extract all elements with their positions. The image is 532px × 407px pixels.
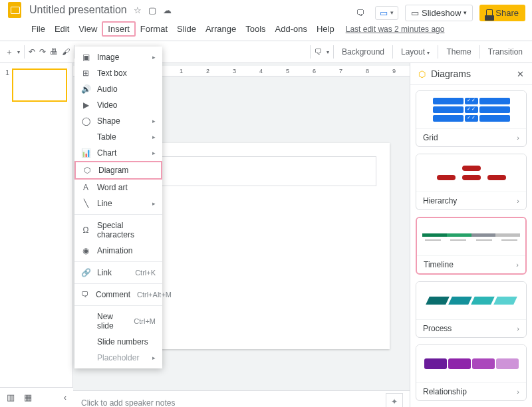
last-edit-link[interactable]: Last edit was 2 minutes ago	[346, 25, 445, 34]
comment-icon: 🗨	[81, 290, 89, 299]
line-icon: ╲	[81, 199, 90, 208]
shape-icon: ◯	[81, 116, 90, 126]
chevron-right-icon: ›	[517, 325, 519, 333]
insert-diagram[interactable]: ⬡Diagram	[74, 161, 162, 180]
move-icon[interactable]: ▢	[148, 5, 156, 15]
wordart-icon: A	[81, 183, 90, 192]
comments-history-icon[interactable]: 🗨	[351, 4, 368, 21]
table-icon	[81, 132, 90, 142]
diagram-icon: ⬡	[82, 166, 92, 175]
insert-audio[interactable]: 🔊Audio	[74, 81, 162, 97]
chevron-right-icon: ›	[517, 134, 519, 142]
comment-icon[interactable]: 🗨	[315, 47, 323, 57]
diagram-card-timeline[interactable]: Timeline›	[416, 217, 527, 275]
chevron-left-icon[interactable]: ‹	[64, 392, 66, 402]
menu-format[interactable]: Format	[136, 23, 172, 35]
transition-button[interactable]: Transition	[484, 45, 527, 59]
insert-menu-dropdown: ▣Image▸ ⊞Text box 🔊Audio ▶Video ◯Shape▸ …	[74, 47, 162, 368]
redo-icon[interactable]: ↷	[39, 47, 46, 57]
explore-button[interactable]: ✦	[386, 393, 403, 407]
new-slide-icon[interactable]: ＋	[5, 47, 13, 58]
print-icon[interactable]: 🖶	[50, 47, 58, 57]
insert-comment[interactable]: 🗨CommentCtrl+Alt+M	[74, 287, 162, 303]
insert-wordart[interactable]: AWord art	[74, 180, 162, 196]
slideshow-button[interactable]: ▭Slideshow▾	[405, 5, 473, 21]
insert-link[interactable]: 🔗LinkCtrl+K	[74, 265, 162, 281]
present-dropdown[interactable]: ▭▾	[375, 6, 398, 20]
filmstrip-view-icon[interactable]: ▥	[7, 392, 15, 402]
insert-shape[interactable]: ◯Shape▸	[74, 113, 162, 129]
insert-image[interactable]: ▣Image▸	[74, 49, 162, 65]
insert-video[interactable]: ▶Video	[74, 97, 162, 113]
layout-button[interactable]: Layout ▾	[397, 45, 434, 59]
doc-title[interactable]: Untitled presentation	[29, 4, 127, 16]
slide-thumbnails: 1	[0, 63, 73, 407]
menu-arrange[interactable]: Arrange	[201, 23, 241, 35]
insert-placeholder[interactable]: Placeholder▸	[74, 350, 162, 366]
menu-tools[interactable]: Tools	[241, 23, 270, 35]
insert-table[interactable]: Table▸	[74, 129, 162, 145]
speaker-notes[interactable]: Click to add speaker notes ✦	[73, 390, 410, 407]
chevron-right-icon: ›	[517, 197, 519, 205]
insert-slide-numbers[interactable]: Slide numbers	[74, 334, 162, 350]
slide-thumbnail-1[interactable]	[12, 68, 67, 102]
background-button[interactable]: Background	[338, 45, 388, 59]
paint-icon[interactable]: 🖌	[62, 47, 70, 57]
video-icon: ▶	[81, 100, 90, 110]
menu-insert[interactable]: Insert	[102, 21, 136, 37]
insert-textbox[interactable]: ⊞Text box	[74, 65, 162, 81]
chevron-right-icon: ›	[517, 388, 519, 396]
insert-special-chars[interactable]: ΩSpecial characters	[74, 217, 162, 243]
textbox-icon: ⊞	[81, 68, 90, 78]
theme-button[interactable]: Theme	[442, 45, 475, 59]
menu-help[interactable]: Help	[312, 23, 339, 35]
chart-icon: 📊	[81, 148, 90, 158]
panel-title: Diagrams	[431, 68, 511, 79]
animation-icon: ◉	[81, 246, 90, 255]
diagram-card-grid[interactable]: ✓ ✓ ✓ ✓ ✓ ✓ Grid›	[416, 90, 527, 147]
share-button[interactable]: Share	[479, 5, 525, 21]
link-icon: 🔗	[81, 268, 90, 277]
header-actions: 🗨 ▭▾ ▭Slideshow▾ Share	[351, 4, 525, 21]
undo-icon[interactable]: ↶	[29, 47, 35, 57]
diagram-card-relationship[interactable]: Relationship›	[416, 344, 527, 401]
insert-chart[interactable]: 📊Chart▸	[74, 145, 162, 161]
menu-addons[interactable]: Add-ons	[271, 23, 312, 35]
close-icon[interactable]: ✕	[517, 69, 524, 79]
cloud-icon[interactable]: ☁	[163, 5, 172, 15]
diagrams-panel: ⬡ Diagrams ✕ ✓ ✓ ✓ ✓ ✓ ✓ Grid› Hierarchy…	[410, 63, 532, 407]
menu-edit[interactable]: Edit	[50, 23, 74, 35]
diagram-card-hierarchy[interactable]: Hierarchy›	[416, 154, 527, 210]
image-icon: ▣	[81, 53, 90, 62]
menu-slide[interactable]: Slide	[172, 23, 201, 35]
star-icon[interactable]: ☆	[134, 5, 142, 15]
menubar: File Edit View Insert Format Slide Arran…	[0, 20, 532, 41]
insert-line[interactable]: ╲Line▸	[74, 196, 162, 211]
lock-icon	[486, 9, 493, 16]
grid-view-icon[interactable]: ▦	[24, 392, 32, 402]
chevron-right-icon: ›	[516, 261, 519, 269]
thumb-number: 1	[5, 68, 9, 102]
insert-animation[interactable]: ◉Animation	[74, 243, 162, 259]
diagram-card-process[interactable]: Process›	[416, 281, 527, 338]
diagrams-icon: ⬡	[418, 69, 426, 79]
omega-icon: Ω	[81, 225, 90, 235]
audio-icon: 🔊	[81, 84, 90, 94]
insert-new-slide[interactable]: New slideCtrl+M	[74, 309, 162, 334]
view-switcher: ▥ ▦ ‹	[0, 387, 73, 407]
slides-logo[interactable]	[5, 1, 24, 19]
menu-view[interactable]: View	[74, 23, 102, 35]
menu-file[interactable]: File	[27, 23, 50, 35]
